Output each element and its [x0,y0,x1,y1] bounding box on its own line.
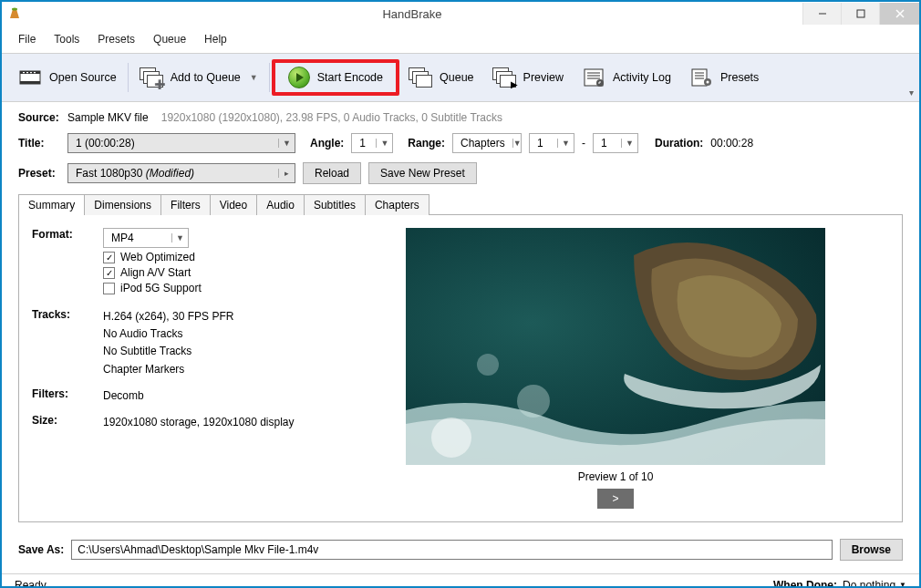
preview-counter: Preview 1 of 10 [578,470,654,483]
range-from-combo[interactable]: 1 ▼ [529,133,574,153]
save-new-preset-button[interactable]: Save New Preset [368,162,477,184]
svg-point-22 [706,81,709,84]
dropdown-icon: ▼ [899,581,906,588]
web-optimized-checkbox[interactable]: ✓Web Optimized [103,251,202,263]
start-encode-label: Start Encode [317,71,383,84]
dropdown-icon: ▼ [278,139,295,148]
when-done-value: Do nothing [843,579,895,589]
preview-icon: ▶ [492,67,516,88]
start-encode-highlight: Start Encode [272,59,399,96]
range-to-value: 1 [594,137,621,150]
title-row: Title: 1 (00:00:28) ▼ Angle: 1 ▼ Range: … [18,133,903,153]
range-type-value: Chapters [453,137,512,150]
range-to-combo[interactable]: 1 ▼ [593,133,638,153]
window-controls [802,3,919,25]
source-info: 1920x1080 (1920x1080), 23.98 FPS, 0 Audi… [161,111,502,124]
presets-icon [689,67,713,88]
add-to-queue-button[interactable]: ➕ Add to Queue ▼ [130,64,267,91]
svg-rect-7 [20,81,40,84]
preview-button[interactable]: ▶ Preview [483,64,573,91]
dropdown-icon: ▼ [171,233,188,242]
tab-video[interactable]: Video [210,194,257,215]
track-chapters: Chapter Markers [103,361,233,378]
app-title: HandBrake [22,7,802,21]
app-icon [7,6,22,21]
title-label: Title: [18,137,60,150]
menubar: File Tools Presets Queue Help [2,26,919,54]
when-done-label: When Done: [773,579,837,589]
svg-rect-11 [34,72,36,73]
align-av-checkbox[interactable]: ✓Align A/V Start [103,266,202,279]
titlebar: HandBrake [2,2,919,26]
dropdown-icon: ▼ [512,139,522,148]
tabs: Summary Dimensions Filters Video Audio S… [18,193,903,214]
svg-point-25 [517,385,550,418]
preset-value: Fast 1080p30 (Modified) [68,167,278,180]
svg-rect-9 [26,72,28,73]
format-label: Format: [32,228,103,297]
queue-icon [409,67,432,88]
queue-button[interactable]: Queue [399,64,483,91]
tab-filters[interactable]: Filters [160,194,211,215]
preset-combo[interactable]: Fast 1080p30 (Modified) ▸ [67,163,295,183]
add-to-queue-label: Add to Queue [171,71,241,84]
presets-button[interactable]: Presets [680,64,768,91]
toolbar-separator [128,63,129,92]
save-as-label: Save As: [18,543,64,556]
svg-rect-8 [23,72,25,73]
range-dash: - [582,137,585,150]
menu-presets[interactable]: Presets [90,29,142,49]
source-label: Source: [18,111,60,124]
range-label: Range: [408,137,445,150]
range-from-value: 1 [530,137,557,150]
menu-tools[interactable]: Tools [47,29,87,49]
range-type-combo[interactable]: Chapters ▼ [452,133,522,153]
svg-point-0 [12,8,17,11]
source-row: Source: Sample MKV file 1920x1080 (1920x… [18,111,903,124]
tab-summary[interactable]: Summary [18,194,85,215]
tab-chapters[interactable]: Chapters [365,194,429,215]
activity-log-button[interactable]: Activity Log [573,64,680,91]
browse-button[interactable]: Browse [840,539,903,561]
when-done-combo[interactable]: Do nothing ▼ [843,579,906,589]
log-icon [582,67,605,88]
svg-point-24 [477,354,499,376]
tab-audio[interactable]: Audio [256,194,305,215]
ipod-5g-checkbox[interactable]: iPod 5G Support [103,282,202,294]
preview-image [406,228,825,465]
start-encode-button[interactable]: Start Encode [279,63,392,92]
svg-rect-2 [857,10,864,17]
preset-row: Preset: Fast 1080p30 (Modified) ▸ Reload… [18,162,903,184]
angle-value: 1 [352,137,376,150]
dropdown-icon: ▼ [557,139,574,148]
toolbar-overflow-icon[interactable]: ▾ [909,88,914,98]
dropdown-icon: ▼ [376,139,392,148]
source-name: Sample MKV file [67,111,149,124]
reload-button[interactable]: Reload [303,162,361,184]
presets-label: Presets [720,71,759,84]
maximize-button[interactable] [841,3,879,25]
close-button[interactable] [879,3,919,25]
track-audio: No Audio Tracks [103,325,233,343]
menu-queue[interactable]: Queue [146,29,193,49]
tab-subtitles[interactable]: Subtitles [304,194,366,215]
format-combo[interactable]: MP4 ▼ [103,228,189,248]
open-source-button[interactable]: Open Source [9,64,126,91]
save-as-input[interactable] [71,540,832,560]
activity-log-label: Activity Log [613,71,671,84]
track-video: H.264 (x264), 30 FPS PFR [103,308,233,325]
open-source-label: Open Source [49,71,117,84]
title-combo[interactable]: 1 (00:00:28) ▼ [67,133,295,153]
angle-combo[interactable]: 1 ▼ [351,133,393,153]
tab-dimensions[interactable]: Dimensions [84,194,161,215]
menu-help[interactable]: Help [197,29,234,49]
tracks-label: Tracks: [32,308,103,378]
preview-next-button[interactable]: > [597,489,634,509]
film-icon [18,67,42,88]
minimize-button[interactable] [802,3,841,25]
save-as-row: Save As: Browse [18,539,903,561]
size-value: 1920x1080 storage, 1920x1080 display [103,414,295,431]
menu-file[interactable]: File [11,29,43,49]
track-subtitle: No Subtitle Tracks [103,343,233,360]
tab-container: Summary Dimensions Filters Video Audio S… [18,193,903,522]
